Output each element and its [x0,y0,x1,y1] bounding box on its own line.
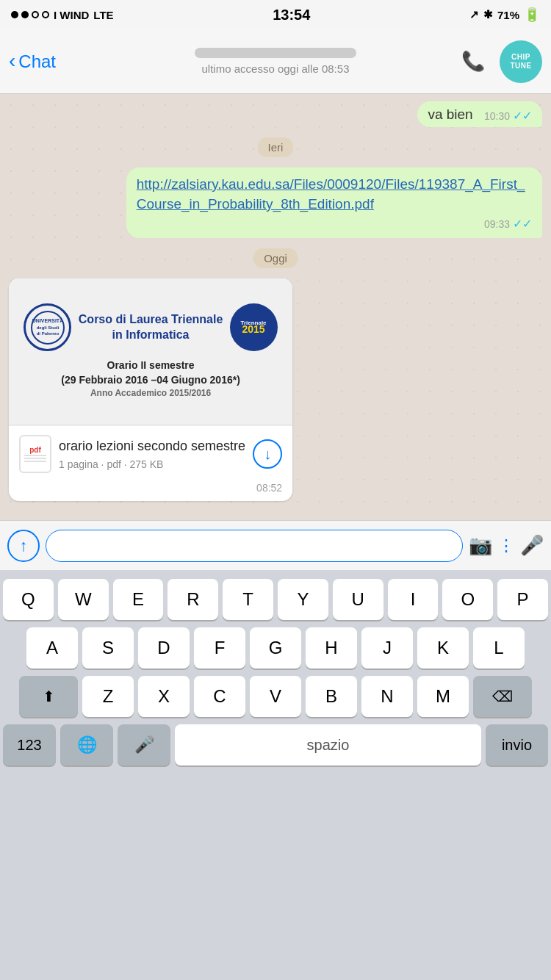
date-badge-oggi: Oggi [253,248,298,268]
dot4 [42,11,49,18]
shift-key[interactable]: ⬆ [19,676,78,717]
globe-key[interactable]: 🌐 [60,724,113,765]
more-button[interactable]: ⋮ [498,536,514,555]
pdf-icon-line2 [24,458,46,459]
key-e[interactable]: E [113,579,164,620]
key-l[interactable]: L [473,627,525,669]
pdf-icon-line1 [24,455,46,456]
nav-right: 📞 CHiPTUNe [461,40,542,83]
link-checkmarks: ✓✓ [513,217,532,231]
mic-icon: 🎤 [134,735,154,754]
input-bar: ↑ 📷 ⋮ 🎤 [0,520,551,570]
avatar[interactable]: CHiPTUNe [500,40,542,83]
backspace-icon: ⌫ [492,688,513,705]
pdf-type-label: pdf [29,446,41,454]
pdf-bubble[interactable]: UNIVERSITÀ degli Studi di Palermo Corso … [9,278,292,501]
key-g[interactable]: G [250,627,301,669]
key-k[interactable]: K [417,627,469,669]
signal-dots [11,11,49,18]
pdf-download-button[interactable]: ↓ [253,439,282,469]
svg-text:UNIVERSITÀ: UNIVERSITÀ [32,317,62,323]
network-label: LTE [93,9,113,21]
svg-text:di Palermo: di Palermo [36,331,59,336]
cutoff-message: va bien 10:30 ✓✓ [9,101,542,127]
phone-button[interactable]: 📞 [461,50,485,73]
upload-button[interactable]: ↑ [7,530,40,562]
chat-area: va bien 10:30 ✓✓ Ieri http://zalsiary.ka… [0,94,551,520]
key-s[interactable]: S [82,627,134,669]
key-o[interactable]: O [442,579,493,620]
avatar-text: CHiPTUNe [510,53,531,70]
send-label: invio [502,737,532,754]
key-d[interactable]: D [138,627,190,669]
time-label: 13:54 [273,7,310,24]
key-y[interactable]: Y [278,579,328,620]
key-j[interactable]: J [361,627,413,669]
carrier-label: I WIND [54,9,89,21]
space-key[interactable]: spazio [175,724,481,765]
pdf-meta: 1 pagina · pdf · 275 KB [59,458,245,470]
key-a[interactable]: A [26,627,78,669]
checkmarks-icon: ✓✓ [513,109,532,123]
date-badge-ieri: Ieri [258,137,294,157]
svg-text:degli Studi: degli Studi [36,325,59,330]
keyboard-row-2: A S D F G H J K L [3,627,548,669]
key-w[interactable]: W [58,579,109,620]
num-label: 123 [17,737,41,754]
cutoff-bubble: va bien 10:30 ✓✓ [417,101,542,127]
location-icon: ↗ [469,8,479,21]
key-h[interactable]: H [306,627,357,669]
status-right: ↗ ✱ 71% 🔋 [469,7,540,23]
back-button[interactable]: ‹ Chat [9,51,56,72]
link-timestamp: 09:33 ✓✓ [137,217,532,231]
download-icon: ↓ [264,446,271,463]
cutoff-text: va bien [428,107,472,122]
link-url[interactable]: http://zalsiary.kau.edu.sa/Files/0009120… [137,176,525,212]
key-f[interactable]: F [194,627,245,669]
globe-icon: 🌐 [77,735,97,754]
pdf-title-line1: Corso di Laurea Triennale [77,312,224,328]
mic-button[interactable]: 🎤 [520,534,544,557]
mic-key[interactable]: 🎤 [118,724,170,765]
pdf-logo-circle: UNIVERSITÀ degli Studi di Palermo [24,303,71,351]
link-message: http://zalsiary.kau.edu.sa/Files/0009120… [9,167,542,238]
pdf-title-line2: in Informatica [77,328,224,343]
pdf-message: UNIVERSITÀ degli Studi di Palermo Corso … [9,278,542,501]
key-t[interactable]: T [223,579,273,620]
key-x[interactable]: X [138,676,190,717]
key-b[interactable]: B [306,676,357,717]
keyboard-row-3: ⬆ Z X C V B N M ⌫ [3,676,548,717]
key-m[interactable]: M [417,676,469,717]
message-input[interactable] [46,530,463,562]
dot2 [21,11,29,18]
camera-button[interactable]: 📷 [469,534,492,557]
pdf-info-row: pdf orario lezioni secondo semestre 1 pa… [9,425,292,482]
bluetooth-icon: ✱ [483,8,493,21]
battery-label: 71% [497,9,519,21]
pdf-preview: UNIVERSITÀ degli Studi di Palermo Corso … [9,278,292,425]
date-separator-oggi: Oggi [9,248,542,268]
pdf-icon-line3 [24,461,46,462]
pdf-timestamp: 08:52 [9,482,292,501]
key-n[interactable]: N [361,676,413,717]
key-q[interactable]: Q [3,579,54,620]
key-c[interactable]: C [194,676,245,717]
space-label: spazio [307,737,350,754]
status-left: I WIND LTE [11,9,114,21]
key-r[interactable]: R [168,579,218,620]
key-z[interactable]: Z [82,676,134,717]
shift-icon: ⬆ [43,688,55,705]
key-i[interactable]: I [388,579,439,620]
num-key[interactable]: 123 [3,724,56,765]
dot3 [32,11,39,18]
chevron-left-icon: ‹ [9,51,15,71]
cutoff-time: 10:30 [484,110,510,122]
status-bar: I WIND LTE 13:54 ↗ ✱ 71% 🔋 [0,0,551,29]
pdf-subtitle: Orario II semestre (29 Febbraio 2016 –04… [61,359,240,400]
send-key[interactable]: invio [486,724,548,765]
key-v[interactable]: V [250,676,301,717]
key-p[interactable]: P [497,579,548,620]
key-u[interactable]: U [333,579,383,620]
backspace-key[interactable]: ⌫ [473,676,532,717]
nav-center: ultimo accesso oggi alle 08:53 [195,48,356,75]
